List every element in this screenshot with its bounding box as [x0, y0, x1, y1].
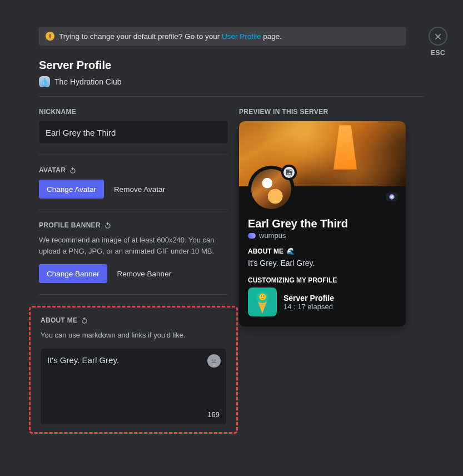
image-add-icon — [285, 168, 293, 176]
banner-helper: We recommend an image of at least 600x24… — [39, 235, 228, 256]
close-label: ESC — [431, 49, 445, 57]
divider — [39, 294, 228, 295]
server-icon: 💧 — [39, 76, 50, 87]
about-char-count: 169 — [207, 410, 220, 419]
divider — [39, 96, 424, 97]
bot-icon — [248, 233, 256, 239]
preview-about-label: ABOUT ME — [248, 247, 283, 255]
banner-label: PROFILE BANNER — [39, 221, 101, 229]
svg-point-0 — [210, 356, 218, 365]
preview-display-name: Earl Grey the Third — [248, 217, 397, 230]
preview-card: Earl Grey the Third wumpus ABOUT ME 🌊 It… — [239, 121, 406, 326]
preview-avatar-wrap — [248, 166, 295, 212]
close-button[interactable] — [429, 27, 447, 46]
preview-handle: wumpus — [248, 231, 397, 240]
nitro-badge — [386, 192, 398, 201]
pencil-face-icon: 🙂 — [256, 291, 268, 303]
change-avatar-button[interactable]: Change Avatar — [39, 180, 104, 199]
emoji-picker-button[interactable] — [207, 354, 221, 368]
about-label: ABOUT ME — [41, 316, 77, 324]
page-title: Server Profile — [39, 59, 424, 72]
activity-icon: 🙂 — [248, 287, 277, 316]
preview-about-text: It's Grey. Earl Grey. — [248, 259, 397, 267]
nickname-label: NICKNAME — [39, 108, 228, 116]
edit-avatar-button[interactable] — [281, 165, 297, 180]
remove-avatar-button[interactable]: Remove Avatar — [112, 182, 167, 197]
svg-point-1 — [212, 359, 213, 360]
divider — [39, 155, 228, 155]
svg-point-2 — [215, 359, 216, 360]
notice-text: Trying to change your default profile? G… — [59, 32, 282, 41]
about-textarea-container: 169 — [41, 349, 226, 424]
about-me-highlight: ABOUT ME You can use markdown and links … — [29, 306, 238, 434]
about-helper: You can use markdown and links if you'd … — [41, 330, 226, 341]
notice-bar: ! Trying to change your default profile?… — [39, 27, 406, 46]
preview-label: PREVIEW IN THIS SERVER — [239, 108, 406, 116]
divider — [39, 210, 228, 210]
reset-icon — [81, 316, 88, 324]
emoji-icon — [209, 356, 219, 366]
change-banner-button[interactable]: Change Banner — [39, 264, 107, 283]
reset-icon — [69, 166, 77, 174]
activity-elapsed: 14 : 17 elapsed — [283, 303, 334, 311]
server-name: The Hydration Club — [54, 77, 122, 86]
close-icon — [434, 32, 442, 41]
preview-activity: 🙂 Server Profile 14 : 17 elapsed — [248, 287, 397, 316]
avatar-label: AVATAR — [39, 166, 66, 174]
preview-activity-label: CUSTOMIZING MY PROFILE — [248, 276, 397, 284]
about-textarea[interactable] — [47, 355, 201, 405]
activity-title: Server Profile — [283, 294, 334, 303]
user-profile-link[interactable]: User Profile — [222, 32, 261, 41]
remove-banner-button[interactable]: Remove Banner — [115, 266, 174, 281]
water-emoji-icon: 🌊 — [287, 247, 295, 255]
warning-icon: ! — [46, 32, 54, 41]
reset-icon — [104, 221, 112, 229]
server-indicator: 💧 The Hydration Club — [39, 76, 424, 87]
nickname-input[interactable] — [39, 121, 228, 143]
